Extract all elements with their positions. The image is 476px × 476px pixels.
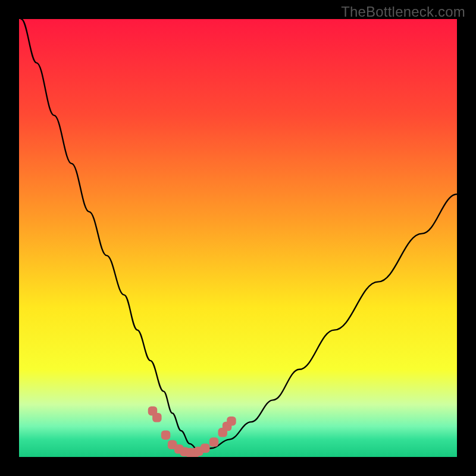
marker-point — [209, 437, 218, 446]
chart-frame: TheBottleneck.com — [0, 0, 476, 476]
marker-point — [152, 413, 161, 422]
bottom-markers — [148, 406, 236, 457]
plot-area — [19, 19, 457, 457]
marker-point — [201, 444, 209, 453]
marker-point — [161, 430, 170, 439]
marker-point — [227, 416, 236, 425]
chart-svg — [19, 19, 457, 457]
bottleneck-curve — [21, 19, 457, 450]
watermark-text: TheBottleneck.com — [341, 4, 465, 20]
